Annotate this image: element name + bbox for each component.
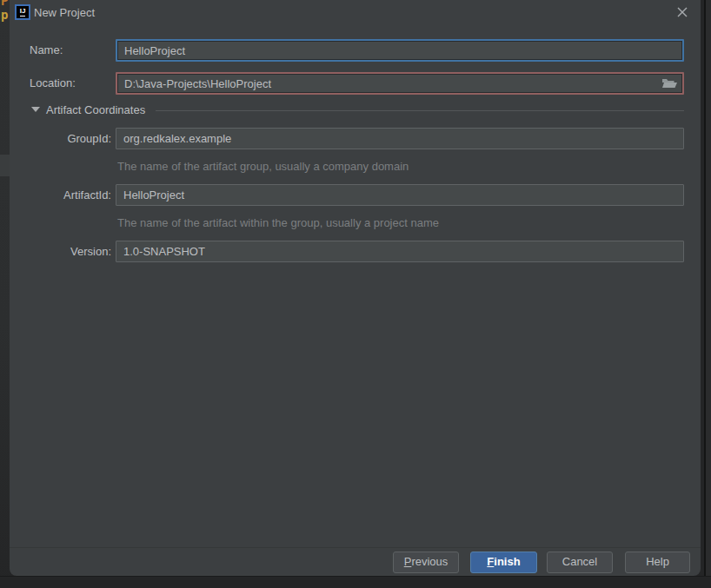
section-divider — [156, 110, 684, 111]
location-input[interactable] — [116, 72, 684, 95]
code-fragment: p — [1, 8, 8, 22]
artifactid-hint: The name of the artifact within the grou… — [117, 216, 439, 229]
name-input[interactable] — [116, 39, 684, 62]
help-button[interactable]: Help — [625, 552, 690, 573]
dialog-titlebar: IJ New Project — [10, 0, 701, 26]
dialog-button-bar: Previous Finish Cancel Help — [10, 547, 701, 576]
collapse-triangle-icon[interactable] — [31, 107, 40, 112]
section-artifact-coordinates[interactable]: Artifact Coordinates — [46, 103, 145, 116]
code-fragment: P — [1, 0, 8, 8]
artifactid-input[interactable] — [116, 184, 684, 206]
background-right-sliver — [701, 0, 711, 588]
version-label: Version: — [30, 241, 111, 262]
close-icon[interactable] — [674, 4, 690, 20]
background-highlight — [0, 155, 10, 176]
background-editor-sliver: P p — [0, 0, 10, 588]
help-button-label: Help — [646, 552, 669, 571]
location-label: Location: — [30, 72, 76, 95]
name-label: Name: — [30, 39, 63, 62]
groupid-input[interactable] — [116, 128, 684, 149]
app-icon-letters: IJ — [20, 8, 26, 17]
dialog-title: New Project — [34, 0, 95, 26]
new-project-dialog: IJ New Project Name: Location: Artifact … — [10, 0, 701, 576]
open-folder-icon[interactable] — [661, 76, 679, 89]
cancel-button-label: Cancel — [562, 552, 597, 571]
previous-button[interactable]: Previous — [393, 552, 459, 573]
background-surface — [706, 0, 711, 588]
cancel-button[interactable]: Cancel — [547, 552, 613, 573]
intellij-idea-icon: IJ — [15, 4, 30, 20]
groupid-hint: The name of the artifact group, usually … — [117, 160, 409, 173]
finish-button[interactable]: Finish — [470, 552, 537, 573]
artifactid-label: ArtifactId: — [30, 184, 111, 206]
groupid-label: GroupId: — [30, 128, 111, 149]
previous-button-label: Previous — [404, 552, 449, 571]
finish-button-label: Finish — [487, 552, 520, 571]
background-bottom-sliver — [0, 576, 711, 588]
version-input[interactable] — [116, 241, 684, 262]
